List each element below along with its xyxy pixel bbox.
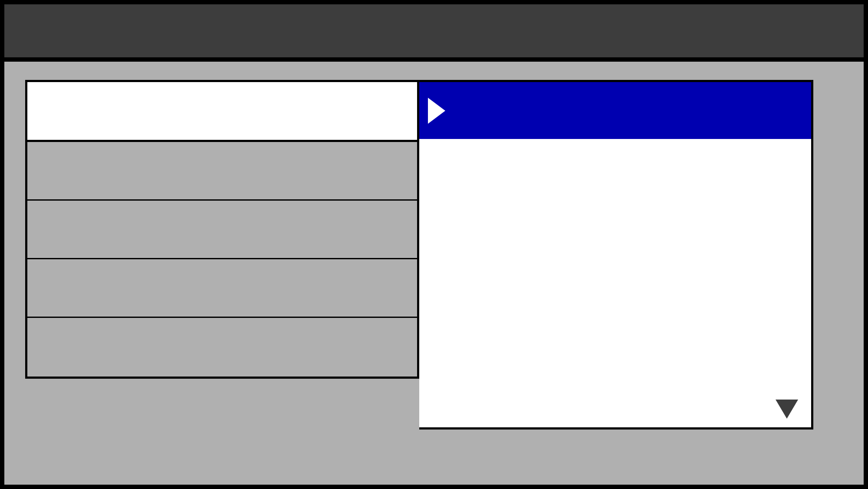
detail-body xyxy=(419,139,811,427)
list-item-3[interactable] xyxy=(27,259,417,318)
play-icon xyxy=(428,98,445,124)
scroll-down-icon[interactable] xyxy=(776,400,798,419)
content-area xyxy=(4,62,864,485)
list-item-1[interactable] xyxy=(27,142,417,201)
detail-header[interactable] xyxy=(419,82,811,139)
list-item-4[interactable] xyxy=(27,318,417,377)
list-item-2[interactable] xyxy=(27,201,417,259)
right-detail-panel xyxy=(419,80,813,430)
window-frame xyxy=(0,0,868,489)
list-item-0[interactable] xyxy=(27,82,417,142)
title-bar xyxy=(4,4,864,62)
left-list-panel xyxy=(25,80,419,379)
